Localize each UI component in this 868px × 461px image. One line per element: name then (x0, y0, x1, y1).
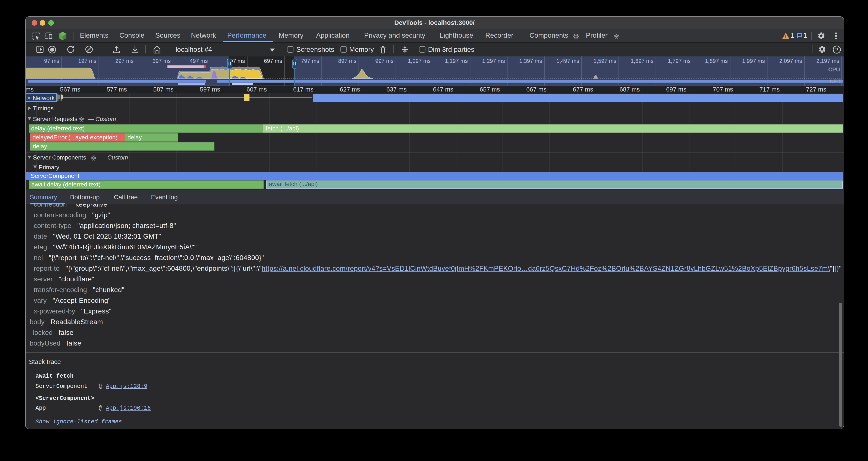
svg-text:?: ? (835, 47, 838, 52)
